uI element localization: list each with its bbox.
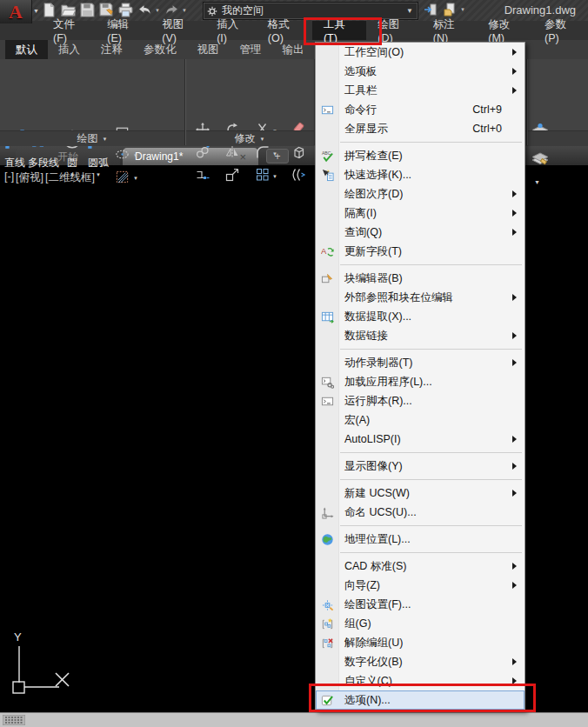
- gear-icon: [206, 5, 218, 17]
- tools-menu-item-label: 宏(A): [344, 413, 370, 428]
- app-menu-caret-icon[interactable]: ▼: [33, 8, 39, 14]
- tools-menu-item-palettes[interactable]: 选项板: [316, 62, 525, 81]
- sheet-set-icon[interactable]: [443, 3, 457, 17]
- tools-menu-item-group[interactable]: 组(G): [316, 614, 525, 633]
- menu-edit[interactable]: 编辑(E): [96, 21, 150, 40]
- hatch-tool[interactable]: ▼: [115, 167, 138, 190]
- svg-text:ABC: ABC: [321, 150, 331, 155]
- undo-icon[interactable]: [137, 3, 152, 17]
- import-panel-icon[interactable]: [424, 3, 438, 17]
- submenu-arrow-icon: [512, 359, 517, 366]
- menu-parametric[interactable]: 参数(P): [533, 21, 588, 40]
- tools-menu-item-tablet[interactable]: 数字化仪(B): [316, 652, 525, 671]
- tools-menu-item-label: AutoLISP(I): [344, 433, 401, 445]
- menu-format[interactable]: 格式(O): [257, 21, 312, 40]
- menu-tools[interactable]: 工具(T): [312, 21, 366, 40]
- ellipse-tool[interactable]: ▼: [115, 144, 138, 167]
- tools-menu-item-label: 选项(N)...: [344, 693, 391, 708]
- tools-menu-item-named-ucs[interactable]: 命名 UCS(U)...: [316, 503, 525, 522]
- chevron-down-icon[interactable]: ▼: [272, 174, 277, 179]
- menu-dimension[interactable]: 标注(N): [422, 21, 478, 40]
- draw-panel-label[interactable]: 绘图 ▼: [0, 131, 184, 146]
- tools-menu-item-data-links[interactable]: 数据链接: [316, 326, 525, 345]
- ribbon-tab-home[interactable]: 默认: [5, 40, 48, 59]
- chevron-down-icon[interactable]: ▼: [155, 8, 160, 13]
- quick-access-toolbar: ▼▼: [42, 3, 187, 17]
- tools-menu-item-isolate[interactable]: 隔离(I): [316, 203, 525, 223]
- new-file-icon[interactable]: [42, 3, 57, 17]
- tools-menu-item-spelling[interactable]: ABC拼写检查(E): [316, 146, 525, 165]
- chevron-down-icon[interactable]: ▼: [182, 8, 187, 13]
- tools-menu-item-label: 数字化仪(B): [344, 655, 403, 670]
- chevron-down-icon[interactable]: ▼: [272, 151, 277, 157]
- tools-menu-item-update-fields[interactable]: A更新字段(T): [316, 242, 525, 261]
- menu-view[interactable]: 视图(V): [150, 21, 205, 40]
- tools-menu-item-customize[interactable]: 自定义(C): [316, 671, 525, 690]
- chevron-down-icon[interactable]: ▼: [70, 172, 75, 177]
- app-logo-letter: A: [9, 3, 23, 22]
- menu-bar: 文件(F)编辑(E)视图(V)插入(I)格式(O)工具(T)绘图(D)标注(N)…: [0, 21, 588, 40]
- tools-menu-item-display-image[interactable]: 显示图像(Y): [316, 457, 525, 476]
- tools-menu-item-label: 动作录制器(T): [344, 356, 412, 370]
- redo-icon[interactable]: [164, 3, 179, 17]
- chevron-down-icon[interactable]: ▼: [133, 153, 138, 158]
- chevron-down-icon: ▼: [103, 137, 108, 142]
- scale-tool[interactable]: [217, 165, 247, 188]
- array-icon: [255, 167, 271, 186]
- circle-tool-label: 圆: [67, 156, 77, 170]
- tools-menu-item-geographic-location[interactable]: 地理位置(L)...: [316, 530, 525, 549]
- chevron-down-icon[interactable]: ▼: [133, 176, 138, 181]
- panel-expand-caret-icon[interactable]: ▼: [534, 179, 540, 185]
- save-as-icon[interactable]: [99, 3, 114, 17]
- tools-menu-item-action-recorder[interactable]: 动作录制器(T): [316, 353, 525, 372]
- submenu-arrow-icon: [512, 490, 517, 497]
- tools-menu-item-macro[interactable]: 宏(A): [316, 410, 525, 430]
- modify-panel-label[interactable]: 修改 ▼: [186, 131, 313, 146]
- tools-menu-item-xref-block-edit[interactable]: 外部参照和块在位编辑: [316, 288, 525, 307]
- tools-menu-item-options[interactable]: 选项(N)...: [316, 690, 525, 710]
- menu-insert[interactable]: 插入(I): [205, 21, 257, 40]
- tools-menu-item-ungroup[interactable]: 解除编组(U): [316, 633, 525, 652]
- menu-draw[interactable]: 绘图(D): [366, 21, 422, 40]
- open-folder-icon[interactable]: [61, 3, 76, 17]
- tools-menu-item-block-editor[interactable]: 块编辑器(B): [316, 269, 525, 288]
- tools-menu-item-run-script[interactable]: 运行脚本(R)...: [316, 391, 525, 410]
- model-grid-icon[interactable]: [3, 715, 25, 725]
- layer-state[interactable]: [531, 150, 550, 170]
- offset-tool[interactable]: [285, 165, 311, 188]
- tools-menu-item-inquiry[interactable]: 查询(Q): [316, 223, 525, 242]
- submenu-arrow-icon: [512, 229, 517, 236]
- tools-menu-item-clean-screen[interactable]: 全屏显示Ctrl+0: [316, 119, 525, 138]
- save-icon[interactable]: [80, 3, 95, 17]
- submenu-arrow-icon: [512, 658, 517, 665]
- print-icon[interactable]: [118, 3, 133, 17]
- toolbar-overflow-icon[interactable]: ▼: [460, 7, 465, 12]
- tools-menu-item-workspaces[interactable]: 工作空间(O): [316, 43, 525, 62]
- menu-modify[interactable]: 修改(M): [477, 21, 533, 40]
- submenu-arrow-icon: [512, 463, 517, 470]
- tools-menu-item-new-ucs[interactable]: 新建 UCS(W): [316, 484, 525, 503]
- tools-menu-item-cad-standards[interactable]: CAD 标准(S): [316, 557, 525, 576]
- tools-menu-item-label: 隔离(I): [344, 206, 377, 221]
- tools-menu-item-quick-select[interactable]: 快速选择(K)...: [316, 165, 525, 184]
- chevron-down-icon[interactable]: ▼: [96, 172, 101, 177]
- submenu-arrow-icon: [512, 87, 517, 94]
- stretch-tool[interactable]: [188, 165, 217, 188]
- tools-menu-item-command-line[interactable]: 命令行Ctrl+9: [316, 100, 525, 119]
- tools-menu-item-label: 命名 UCS(U)...: [344, 505, 417, 520]
- tools-menu-item-label: 快速选择(K)...: [344, 168, 411, 183]
- tools-menu-item-drafting-settings[interactable]: 绘图设置(F)...: [316, 595, 525, 614]
- array-tool[interactable]: ▼: [247, 165, 285, 188]
- tools-menu-item-toolbars[interactable]: 工具栏: [316, 81, 525, 100]
- submenu-arrow-icon: [512, 49, 517, 56]
- tools-menu-item-autolisp[interactable]: AutoLISP(I): [316, 430, 525, 449]
- chevron-down-icon: ▼: [260, 137, 265, 142]
- draw-panel-label-text: 绘图: [77, 131, 98, 146]
- menu-file[interactable]: 文件(F): [42, 21, 96, 40]
- tools-menu-item-load-application[interactable]: 加载应用程序(L)...: [316, 372, 525, 391]
- run-script-icon: [316, 395, 338, 408]
- tools-menu-item-draw-order[interactable]: 绘图次序(D): [316, 184, 525, 203]
- app-logo[interactable]: A: [0, 0, 32, 23]
- tools-menu-item-data-extraction[interactable]: 数据提取(X)...: [316, 307, 525, 326]
- tools-menu-item-wizards[interactable]: 向导(Z): [316, 576, 525, 595]
